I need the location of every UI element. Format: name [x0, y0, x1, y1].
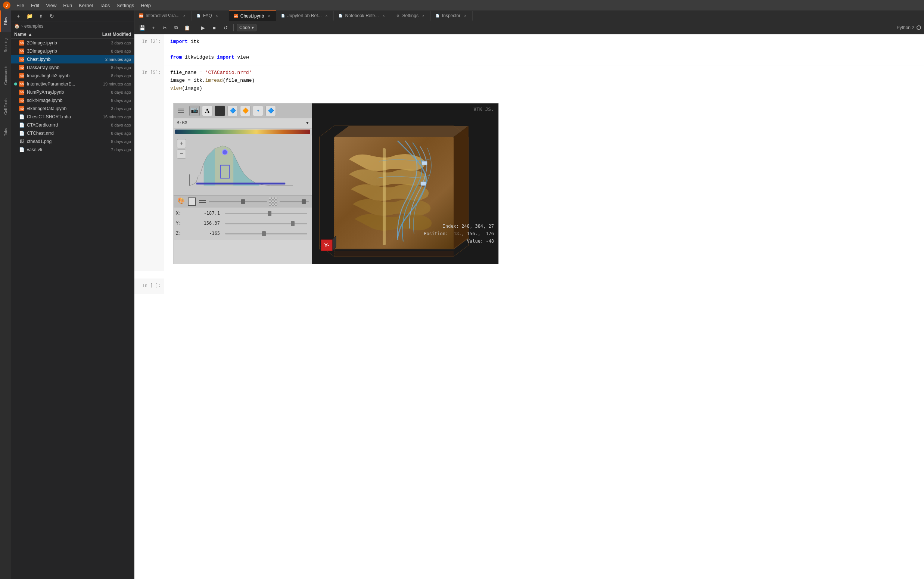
- z-label: Z:: [176, 230, 198, 237]
- tab-close-jupyterlab[interactable]: ×: [324, 13, 329, 18]
- x-slider[interactable]: [225, 213, 307, 214]
- file-item-0[interactable]: nb2DImage.ipynb3 days ago: [11, 39, 134, 47]
- run-button[interactable]: ▶: [198, 23, 208, 33]
- tab-close-interactive[interactable]: ×: [182, 13, 187, 18]
- file-item-9[interactable]: 📄ChestCT-SHORT.mha16 minutes ago: [11, 113, 134, 121]
- cut-button[interactable]: ✂: [160, 23, 170, 33]
- notebook-icon: nb: [19, 73, 24, 79]
- screenshot-button[interactable]: 📷: [189, 106, 200, 116]
- new-folder-button[interactable]: 📁: [25, 12, 34, 20]
- file-icon: 📄: [19, 147, 25, 152]
- checkerboard-btn[interactable]: [269, 198, 277, 206]
- svg-text:+: +: [180, 141, 183, 147]
- menu-edit[interactable]: Edit: [28, 2, 42, 9]
- tab-settings[interactable]: ⚙Settings×: [391, 11, 431, 21]
- file-item-2[interactable]: nbChest.ipynb2 minutes ago: [11, 55, 134, 64]
- sidebar-item-commands[interactable]: Commands: [0, 59, 11, 92]
- square-icon-btn[interactable]: [188, 198, 196, 206]
- new-file-button[interactable]: +: [14, 12, 22, 20]
- file-modified: 16 minutes ago: [94, 114, 131, 119]
- svg-rect-0: [174, 136, 311, 195]
- add-cell-button[interactable]: +: [149, 23, 158, 33]
- menu-tabs[interactable]: Tabs: [97, 2, 113, 9]
- file-item-11[interactable]: 📄CTChest.nrrd8 days ago: [11, 129, 134, 137]
- y-slider[interactable]: [225, 223, 307, 224]
- menu-settings[interactable]: Settings: [113, 2, 137, 9]
- empty-code[interactable]: [164, 278, 924, 294]
- menu-file[interactable]: File: [13, 2, 27, 9]
- header-modified: Last Modified: [86, 32, 131, 37]
- tab-label-faq: FAQ: [203, 13, 212, 18]
- shape2-button[interactable]: 🔶: [240, 106, 250, 116]
- shape4-button[interactable]: 🔷: [265, 106, 276, 116]
- menu-kernel[interactable]: Kernel: [76, 2, 96, 9]
- tab-close-notebook-ref[interactable]: ×: [381, 13, 386, 18]
- file-item-1[interactable]: nb3DImage.ipynb8 days ago: [11, 47, 134, 55]
- sidebar-item-cell-tools[interactable]: Cell Tools: [0, 92, 11, 121]
- dark-bg-button[interactable]: [215, 106, 225, 116]
- menu-help[interactable]: Help: [138, 2, 154, 9]
- file-item-6[interactable]: nbNumPyArray.ipynb8 days ago: [11, 88, 134, 96]
- restart-button[interactable]: ↺: [221, 23, 231, 33]
- tab-faq[interactable]: 📄FAQ×: [192, 11, 229, 21]
- commands-tab-label: Commands: [3, 63, 8, 88]
- str-ctacardio: 'CTACardio.nrrd': [205, 70, 252, 75]
- paste-button[interactable]: 📋: [182, 23, 192, 33]
- refresh-button[interactable]: ↻: [48, 12, 56, 20]
- menu-run[interactable]: Run: [60, 2, 75, 9]
- breadcrumb-folder[interactable]: examples: [24, 23, 43, 29]
- shape1-button[interactable]: 🔷: [227, 106, 238, 116]
- sidebar-item-tabs[interactable]: Tabs: [0, 121, 11, 142]
- file-item-4[interactable]: nbImageJImgLib2.ipynb8 days ago: [11, 72, 134, 80]
- text-button[interactable]: A: [202, 106, 213, 116]
- tabs-bar: nbInteractivePara...×📄FAQ×nbChest.ipynb×…: [134, 10, 924, 21]
- file-dot: [14, 107, 17, 110]
- histogram[interactable]: + −: [173, 136, 312, 195]
- code-itk: itk: [191, 39, 200, 44]
- sidebar-item-files[interactable]: Files: [0, 10, 11, 32]
- menu-view[interactable]: View: [43, 2, 59, 9]
- slider2[interactable]: [280, 201, 309, 202]
- file-item-10[interactable]: 📄CTACardio.nrrd8 days ago: [11, 121, 134, 129]
- color-wheel-btn[interactable]: 🎨: [177, 197, 186, 206]
- cell-2: In [5]: file_name = 'CTACardio.nrrd' ima…: [134, 65, 924, 96]
- upload-button[interactable]: ⬆: [37, 12, 45, 20]
- hamburger-menu[interactable]: [177, 107, 186, 114]
- z-slider[interactable]: [225, 233, 307, 234]
- output-gutter: [134, 96, 164, 271]
- file-item-12[interactable]: 🖼cthead1.png8 days ago: [11, 137, 134, 146]
- image-icon: 🖼: [20, 139, 24, 144]
- tab-close-chest[interactable]: ×: [266, 13, 271, 19]
- position-info: Position: -13., 156., -176: [424, 230, 494, 237]
- cell-type-select[interactable]: Code ▾: [237, 24, 257, 31]
- tab-close-settings[interactable]: ×: [421, 13, 426, 18]
- sidebar-item-running[interactable]: Running: [0, 32, 11, 59]
- tab-interactive[interactable]: nbInteractivePara...×: [134, 11, 192, 21]
- tab-inspector[interactable]: 📄Inspector×: [431, 11, 473, 21]
- slider1[interactable]: [209, 201, 267, 202]
- file-item-8[interactable]: nbvtkImageData.ipynb3 days ago: [11, 105, 134, 113]
- tab-jupyterlab[interactable]: 📄JupyterLab Ref...×: [276, 11, 334, 21]
- colormap-dropdown[interactable]: ▼: [306, 120, 309, 127]
- cell-2-code[interactable]: file_name = 'CTACardio.nrrd' image = itk…: [164, 65, 924, 96]
- shape3-button[interactable]: 🔹: [253, 106, 263, 116]
- svg-rect-11: [422, 161, 427, 165]
- notebook-icon: nb: [19, 57, 24, 62]
- save-button[interactable]: 💾: [137, 23, 147, 33]
- cell-1-code[interactable]: import itk from itkwidgets import view: [164, 34, 924, 65]
- code-itkwidgets: itkwidgets: [185, 54, 214, 60]
- colormap-bar: BrBG ▼: [173, 118, 312, 129]
- vtk-render[interactable]: VTK JS. Index: 248, 384, 27 Position: -1…: [312, 103, 499, 264]
- tab-close-faq[interactable]: ×: [214, 13, 219, 18]
- stop-button[interactable]: ■: [209, 23, 219, 33]
- file-item-7[interactable]: nbscikit-image.ipynb8 days ago: [11, 96, 134, 105]
- file-item-5[interactable]: nbInteractiveParameterE...19 minutes ago: [11, 80, 134, 88]
- copy-button[interactable]: ⧉: [171, 23, 181, 33]
- file-item-3[interactable]: nbDaskArray.ipynb8 days ago: [11, 64, 134, 72]
- tab-chest[interactable]: nbChest.ipynb×: [229, 10, 276, 21]
- file-item-13[interactable]: 📄vase.vti7 days ago: [11, 146, 134, 154]
- tab-notebook-ref[interactable]: 📄Notebook Refe...×: [334, 11, 391, 21]
- hlines-btn[interactable]: [198, 199, 206, 204]
- tab-close-inspector[interactable]: ×: [463, 13, 468, 18]
- file-list-header: Name ▲ Last Modified: [11, 30, 134, 39]
